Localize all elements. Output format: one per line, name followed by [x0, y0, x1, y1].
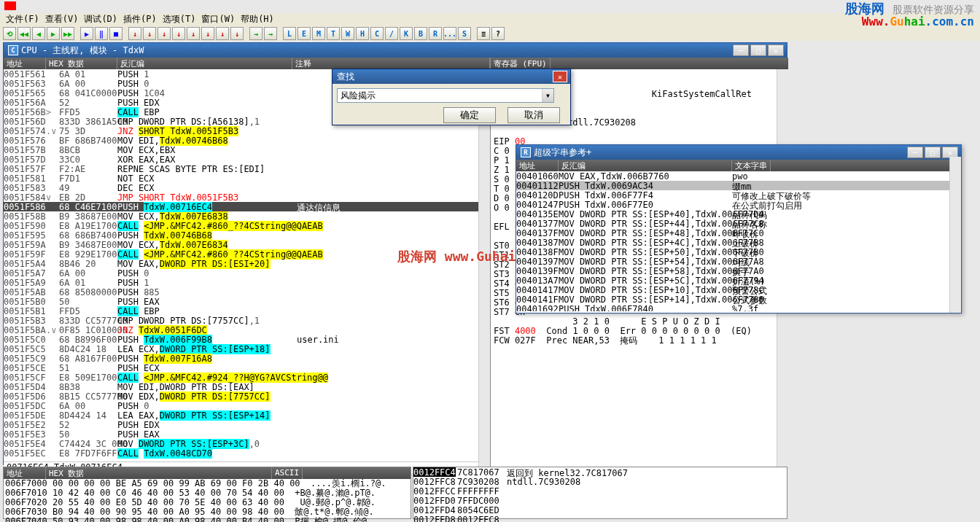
strref-scrollbar[interactable]	[949, 157, 961, 313]
toolbar-button-T[interactable]: T	[327, 27, 340, 40]
menu-help[interactable]: 帮助(H)	[241, 13, 274, 26]
disasm-row[interactable]: 0051F581F7D1NOT ECX	[4, 174, 490, 183]
menu-options[interactable]: 选项(T)	[163, 13, 196, 26]
strref-row[interactable]: 0040135EMOV DWORD PTR SS:[ESP+40],TdxW.0…	[516, 209, 961, 219]
maximize-button[interactable]: □	[750, 44, 766, 56]
toolbar-button-B[interactable]: B	[414, 27, 427, 40]
toolbar-button-H[interactable]: H	[356, 27, 369, 40]
toolbar-button-M[interactable]: M	[312, 27, 325, 40]
strref-row[interactable]: 0040120DPUSH TdxW.006F77F4可修改上破下破价等	[516, 190, 961, 200]
strref-row[interactable]: 004013A7MOV DWORD PTR SS:[ESP+5C],TdxW.0…	[516, 276, 961, 285]
disasm-row[interactable]: 0051F5C968 A8167F00PUSH TdxW.007F16A8	[4, 354, 490, 363]
stack-pane[interactable]: 0012FFC47C817067返回到 kernel32.7C817067001…	[413, 467, 788, 519]
stack-row[interactable]: 0012FFC47C817067返回到 kernel32.7C817067	[413, 467, 787, 477]
toolbar-button[interactable]: ↓	[143, 27, 156, 40]
minimize-button[interactable]: ─	[733, 44, 749, 56]
find-ok-button[interactable]: 确定	[443, 107, 496, 123]
toolbar-button[interactable]: ▶	[80, 27, 93, 40]
disasm-row[interactable]: 0051F5D68B15 CC577700MOV EDX,DWORD PTR D…	[4, 392, 490, 401]
disasm-row[interactable]: 0051F5D48B38MOV EDI,DWORD PTR DS:[EAX]	[4, 382, 490, 392]
disasm-row[interactable]: 0051F57D33C0XOR EAX,EAX	[4, 155, 490, 164]
disasm-row[interactable]: 0051F5DE8D4424 14LEA EAX,DWORD PTR SS:[E…	[4, 410, 490, 420]
disasm-row[interactable]: 0051F5E252PUSH EDX	[4, 420, 490, 429]
toolbar-button-L[interactable]: L	[283, 27, 296, 40]
find-input[interactable]	[337, 88, 554, 103]
strref-row[interactable]: 00401247PUSH TdxW.006F77E0在公式前打勾启用	[516, 200, 961, 209]
stack-row[interactable]: 0012FFD07FFDC000	[413, 496, 787, 505]
dump-row[interactable]: 006F7040 50 93 40 00 98 98 40 00 A0 98 4…	[5, 517, 409, 522]
disasm-row[interactable]: 0051F5B1FFD5CALL EBP	[4, 306, 490, 316]
disasm-row[interactable]: 0051F58BB9 38687E00MOV ECX,TdxW.007E6838	[4, 211, 490, 221]
disasm-scrollbar[interactable]	[478, 69, 490, 473]
toolbar-button[interactable]: ↓	[172, 27, 185, 40]
toolbar-button-S[interactable]: S	[458, 27, 471, 40]
strref-row[interactable]: 00401377MOV DWORD PTR SS:[ESP+44],TdxW.0…	[516, 219, 961, 228]
disasm-row[interactable]: 0051F59FE8 929E1700CALL <JMP.&MFC42.#860…	[4, 249, 490, 259]
toolbar-button[interactable]: ↓	[187, 27, 200, 40]
toolbar-button-W[interactable]: W	[341, 27, 354, 40]
menu-window[interactable]: 窗口(W)	[201, 13, 235, 26]
toolbar-button[interactable]: ▶	[47, 27, 60, 40]
strref-row[interactable]: 0040137FMOV DWORD PTR SS:[ESP+48],TdxW.0…	[516, 228, 961, 238]
close-button[interactable]: ✕	[768, 44, 784, 56]
strref-row[interactable]: 00401387MOV DWORD PTR SS:[ESP+4C],TdxW.0…	[516, 238, 961, 247]
disasm-row[interactable]: 0051F5DC6A 00PUSH 0	[4, 401, 490, 410]
toolbar-button[interactable]: ↓	[128, 27, 141, 40]
toolbar-button[interactable]: ↓	[230, 27, 244, 40]
toolbar-button[interactable]: ≡	[477, 27, 490, 40]
disasm-row[interactable]: 0051F5CE51PUSH ECX	[4, 363, 490, 373]
strref-titlebar[interactable]: R 超级字串参考+ ─ □ ✕	[516, 145, 961, 160]
disasm-row[interactable]: 0051F58349DEC ECX	[4, 183, 490, 192]
toolbar-button[interactable]: ◀	[32, 27, 45, 40]
strref-maximize-button[interactable]: □	[925, 147, 941, 158]
find-titlebar[interactable]: 查找 ✕	[332, 69, 570, 84]
strref-row[interactable]: 0040139FMOV DWORD PTR SS:[ESP+58],TdxW.0…	[516, 266, 961, 276]
strref-row[interactable]: 00401692PUSH TdxW.006F7840%7.3f	[516, 304, 961, 311]
menu-file[interactable]: 文件(F)	[6, 13, 39, 26]
disasm-row[interactable]: 0051F5E350PUSH EAX	[4, 429, 490, 439]
stack-row[interactable]: 0012FFD48054C6ED	[413, 505, 787, 515]
menu-debug[interactable]: 调试(D)	[84, 13, 117, 26]
disasm-row[interactable]: 0051F576BF 686B7400MOV EDI,TdxW.00746B68	[4, 136, 490, 145]
disasm-row[interactable]: 0051F5AB68 85080000PUSH 885	[4, 287, 490, 297]
stack-row[interactable]: 0012FFD80012FFC8	[413, 515, 787, 522]
disasm-row[interactable]: 0051F5BA.∨0F85 1C010000JNZ TdxW.0051F6DC	[4, 325, 490, 335]
toolbar-button[interactable]: ?	[491, 27, 505, 40]
toolbar-button[interactable]: ↓	[158, 27, 171, 40]
disasm-row[interactable]: 0051F5A96A 01PUSH 1	[4, 278, 490, 287]
toolbar-button[interactable]: ↓	[216, 27, 229, 40]
disasm-row[interactable]: 0051F5A76A 00PUSH 0	[4, 268, 490, 278]
toolbar-button[interactable]: →	[264, 27, 277, 40]
hex-dump-pane[interactable]: 地址 HEX 数据 ASCII 006F7000 00 00 00 00 BE …	[3, 467, 411, 519]
disasm-row[interactable]: 0051F59568 686B7400PUSH TdxW.00746B68	[4, 230, 490, 240]
disasm-row[interactable]: 0051F5B050PUSH EAX	[4, 297, 490, 306]
strref-row[interactable]: 00401417MOV DWORD PTR SS:[ESP+10],TdxW.0…	[516, 285, 961, 295]
strref-row[interactable]: 0040141FMOV DWORD PTR SS:[ESP+14],TdxW.0…	[516, 295, 961, 304]
disasm-row[interactable]: 0051F5B3833D CC577700CMP DWORD PTR DS:[7…	[4, 316, 490, 325]
disasm-row[interactable]: 0051F590E8 A19E1700CALL <JMP.&MFC42.#860…	[4, 221, 490, 230]
strref-row[interactable]: 00401397MOV DWORD PTR SS:[ESP+54],TdxW.0…	[516, 257, 961, 266]
toolbar-button[interactable]: ▶▶	[61, 27, 74, 40]
disasm-row[interactable]: 0051F584∨EB 2DJMP SHORT TdxW.0051F5B3	[4, 192, 490, 202]
strref-row[interactable]: 00401112PUSH TdxW.0069AC34缀mm	[516, 181, 961, 190]
menu-view[interactable]: 查看(V)	[45, 13, 79, 26]
disasm-row[interactable]: 0051F59AB9 34687E00MOV ECX,TdxW.007E6834	[4, 240, 490, 249]
toolbar-button[interactable]: →	[249, 27, 262, 40]
cpu-titlebar[interactable]: C CPU - 主线程, 模块 - TdxW ─ □ ✕	[4, 43, 787, 58]
disasm-row[interactable]: 0051F5ECE8 7FD7F6FFCALL TdxW.0048CD70	[4, 448, 490, 458]
find-cancel-button[interactable]: 取消	[508, 107, 560, 123]
disasm-row[interactable]: 0051F58668 C46E7100PUSH TdxW.00716EC4通达信…	[4, 202, 490, 211]
toolbar-button[interactable]: ■	[109, 27, 122, 40]
disasm-row[interactable]: 0051F5CFE8 509E1700CALL <JMP.&MFC42.#924…	[4, 373, 490, 382]
toolbar-button-...[interactable]: ...	[443, 27, 456, 40]
strref-row[interactable]: 0040138FMOV DWORD PTR SS:[ESP+50],TdxW.0…	[516, 247, 961, 257]
toolbar-button-K[interactable]: K	[400, 27, 413, 40]
toolbar-button-/[interactable]: /	[385, 27, 398, 40]
find-close-button[interactable]: ✕	[553, 71, 567, 82]
disasm-row[interactable]: 0051F5E4C74424 3C 000MOV DWORD PTR SS:[E…	[4, 439, 490, 448]
strref-minimize-button[interactable]: ─	[907, 147, 923, 158]
menu-plugins[interactable]: 插件(P)	[123, 13, 157, 26]
toolbar-button-E[interactable]: E	[298, 27, 311, 40]
toolbar-button-R[interactable]: R	[429, 27, 442, 40]
stack-row[interactable]: 0012FFCCFFFFFFFF	[413, 486, 787, 496]
